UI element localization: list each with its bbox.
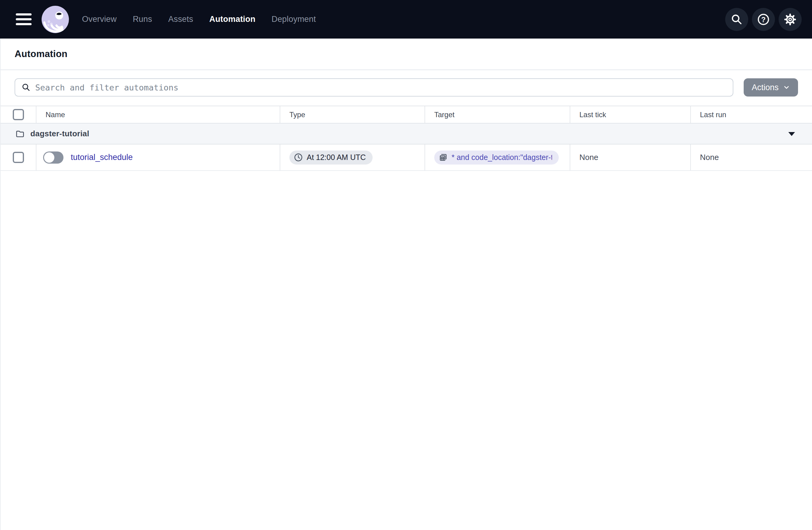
collapse-caret-icon[interactable] <box>788 132 795 136</box>
chevron-down-icon <box>783 84 790 91</box>
last-tick-value: None <box>579 153 598 162</box>
search-box <box>15 78 733 97</box>
select-all-checkbox[interactable] <box>13 109 24 120</box>
target-pill: * and code_location:"dagster-tut <box>434 150 559 164</box>
select-all-cell <box>1 106 37 123</box>
actions-button[interactable]: Actions <box>744 78 798 97</box>
toggle-knob <box>44 152 54 163</box>
help-button[interactable]: ? <box>752 8 775 31</box>
nav-item-overview[interactable]: Overview <box>82 15 117 24</box>
type-cell: At 12:00 AM UTC <box>280 145 425 170</box>
target-cell: * and code_location:"dagster-tut <box>425 145 570 170</box>
nav-item-automation[interactable]: Automation <box>209 15 256 24</box>
name-cell: tutorial_schedule <box>37 145 280 170</box>
code-location-group-row[interactable]: dagster-tutorial <box>1 123 812 145</box>
nav-item-assets[interactable]: Assets <box>168 15 193 24</box>
svg-text:?: ? <box>761 15 766 24</box>
actions-button-label: Actions <box>752 83 779 92</box>
primary-nav: Overview Runs Assets Automation Deployme… <box>82 15 316 24</box>
last-run-value: None <box>700 153 719 162</box>
group-name: dagster-tutorial <box>30 129 89 138</box>
column-header-type: Type <box>280 106 425 123</box>
column-header-name: Name <box>37 106 280 123</box>
nav-item-deployment[interactable]: Deployment <box>272 15 316 24</box>
asset-selection-icon <box>438 153 448 162</box>
dagster-logo[interactable] <box>41 5 69 33</box>
settings-button[interactable] <box>779 8 802 31</box>
automation-name-link[interactable]: tutorial_schedule <box>71 153 133 162</box>
global-search-button[interactable] <box>725 8 748 31</box>
search-input[interactable] <box>35 83 727 92</box>
schedule-toggle[interactable] <box>43 151 63 164</box>
last-tick-cell: None <box>570 145 691 170</box>
last-run-cell: None <box>691 145 812 170</box>
column-header-last-tick: Last tick <box>570 106 691 123</box>
page-header: Automation <box>1 39 812 70</box>
automation-row: tutorial_schedule At 12:00 AM UTC <box>1 145 812 171</box>
top-nav-actions: ? <box>725 8 802 31</box>
folder-icon <box>15 129 25 139</box>
page-content: Automation Actions Name Type Target Last <box>0 39 812 530</box>
schedule-type-pill: At 12:00 AM UTC <box>289 150 373 164</box>
row-select-cell <box>1 145 37 170</box>
column-header-target: Target <box>425 106 570 123</box>
automations-table: Name Type Target Last tick Last run dags… <box>1 106 812 171</box>
settings-icon <box>784 13 797 26</box>
top-navigation-bar: Overview Runs Assets Automation Deployme… <box>0 0 812 39</box>
schedule-type-text: At 12:00 AM UTC <box>307 153 366 162</box>
page-title: Automation <box>15 48 68 59</box>
table-header-row: Name Type Target Last tick Last run <box>1 106 812 123</box>
hamburger-menu-icon[interactable] <box>16 13 32 25</box>
filter-toolbar: Actions <box>1 70 812 106</box>
search-icon <box>21 83 31 92</box>
nav-item-runs[interactable]: Runs <box>133 15 152 24</box>
row-checkbox[interactable] <box>13 152 24 163</box>
target-text: * and code_location:"dagster-tut <box>452 153 552 162</box>
help-icon: ? <box>757 13 770 26</box>
column-header-last-run: Last run <box>691 106 812 123</box>
search-icon <box>730 13 743 26</box>
clock-icon <box>294 153 303 162</box>
